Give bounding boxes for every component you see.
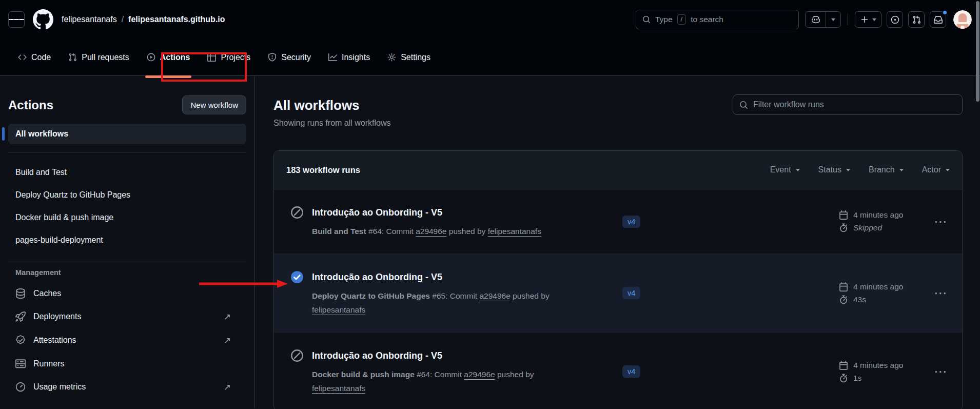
external-link-icon: ↗ xyxy=(224,382,231,393)
branch-badge[interactable]: v4 xyxy=(622,216,640,228)
actor-filter-dropdown[interactable]: Actor xyxy=(922,165,950,174)
branch-filter-dropdown[interactable]: Branch xyxy=(869,165,904,174)
actor-link[interactable]: felipesantanafs xyxy=(488,227,541,236)
run-title-link[interactable]: Introdução ao Onbording - V5 xyxy=(312,269,442,285)
tab-insights[interactable]: Insights xyxy=(323,39,376,75)
search-icon xyxy=(739,101,748,109)
event-filter-dropdown[interactable]: Event xyxy=(770,165,800,174)
sidebar-workflow-build-and-test[interactable]: Build and Test xyxy=(8,161,246,184)
sidebar-item-attestations[interactable]: Attestations ↗ xyxy=(8,328,246,352)
commit-link[interactable]: a29496e xyxy=(479,291,510,300)
run-options-kebab-icon[interactable]: ⋯ xyxy=(931,214,950,229)
new-workflow-button[interactable]: New workflow xyxy=(182,95,246,114)
chevron-down-icon xyxy=(831,18,835,21)
sidebar-workflow-deploy-quartz[interactable]: Deploy Quartz to GitHub Pages xyxy=(8,184,246,206)
rocket-icon xyxy=(15,311,26,322)
actions-sidebar: Actions New workflow All workflows Build… xyxy=(0,76,255,408)
issue-opened-icon xyxy=(891,15,899,24)
plus-icon xyxy=(860,15,869,24)
copilot-button-group xyxy=(805,11,841,28)
inbox-icon xyxy=(934,15,943,24)
pull-requests-button[interactable] xyxy=(908,11,925,28)
status-filter-dropdown[interactable]: Status xyxy=(818,165,850,174)
sidebar-item-all-workflows[interactable]: All workflows xyxy=(8,124,246,144)
branch-badge[interactable]: v4 xyxy=(622,365,640,378)
tab-settings[interactable]: Settings xyxy=(382,39,436,75)
calendar-icon xyxy=(839,361,848,370)
table-icon xyxy=(207,53,216,62)
create-new-button[interactable] xyxy=(855,11,881,28)
filter-workflow-runs-box xyxy=(733,94,963,115)
copilot-icon xyxy=(811,15,820,24)
sidebar-item-runners[interactable]: Runners xyxy=(8,352,246,375)
header-divider xyxy=(848,14,848,25)
copilot-dropdown[interactable] xyxy=(826,12,840,27)
run-duration: 43s xyxy=(853,295,866,304)
copilot-button[interactable] xyxy=(806,12,826,27)
sidebar-item-usage-metrics[interactable]: Usage metrics ↗ xyxy=(8,375,246,399)
gear-icon xyxy=(387,53,396,62)
actor-link[interactable]: felipesantanafs xyxy=(312,303,365,317)
tab-actions[interactable]: Actions xyxy=(141,39,196,75)
tab-projects[interactable]: Projects xyxy=(202,39,256,75)
run-title-link[interactable]: Introdução ao Onbording - V5 xyxy=(312,205,442,220)
code-icon xyxy=(18,53,27,62)
avatar[interactable] xyxy=(953,10,972,29)
workflows-main: All workflows Showing runs from all work… xyxy=(255,76,980,408)
commit-link[interactable]: a29496e xyxy=(464,370,495,379)
sidebar-item-deployments[interactable]: Deployments ↗ xyxy=(8,305,246,328)
sidebar-workflow-docker-build[interactable]: Docker build & push image xyxy=(8,206,246,229)
github-logo-icon[interactable] xyxy=(33,9,53,30)
notification-dot xyxy=(942,10,948,15)
breadcrumb-owner[interactable]: felipesantanafs xyxy=(62,15,117,24)
search-icon xyxy=(642,15,651,24)
github-actions-page: felipesantanafs / felipesantanafs.github… xyxy=(0,0,980,409)
actor-link[interactable]: felipesantanafs xyxy=(312,381,365,395)
run-options-kebab-icon[interactable]: ⋯ xyxy=(931,364,950,379)
chevron-down-icon xyxy=(946,169,950,171)
hamburger-menu-icon[interactable] xyxy=(8,11,25,28)
stopwatch-icon xyxy=(839,374,848,383)
breadcrumb-separator: / xyxy=(122,15,124,24)
sidebar-workflow-pages-build-deployment[interactable]: pages-build-deployment xyxy=(8,229,246,251)
run-meta: 4 minutes ago 43s xyxy=(839,282,925,304)
slash-keycap: / xyxy=(677,14,687,25)
run-time: 4 minutes ago xyxy=(853,210,903,220)
status-skipped-icon xyxy=(290,206,304,219)
repo-nav: Code Pull requests Actions Projects Secu… xyxy=(0,39,980,76)
run-title-link[interactable]: Introdução ao Onbording - V5 xyxy=(312,348,442,363)
commit-link[interactable]: a29496e xyxy=(416,227,446,236)
issues-button[interactable] xyxy=(887,11,903,28)
breadcrumb: felipesantanafs / felipesantanafs.github… xyxy=(62,15,225,24)
run-subtitle: Deploy Quartz to GitHub Pages #65: Commi… xyxy=(312,289,622,317)
workflow-run-row[interactable]: Introdução ao Onbording - V5 Deploy Quar… xyxy=(274,254,962,332)
tab-code[interactable]: Code xyxy=(12,39,56,75)
verified-badge-icon xyxy=(15,335,26,345)
branch-badge[interactable]: v4 xyxy=(622,287,640,299)
run-options-kebab-icon[interactable]: ⋯ xyxy=(931,285,950,301)
status-skipped-icon xyxy=(290,349,304,362)
server-icon xyxy=(15,359,26,369)
tab-security[interactable]: Security xyxy=(262,39,317,75)
runs-list-header: 183 workflow runs Event Status Branch Ac… xyxy=(274,151,962,189)
filter-workflow-runs-input[interactable] xyxy=(753,100,956,109)
global-search-input[interactable]: Type / to search xyxy=(636,10,799,29)
status-success-icon xyxy=(290,270,304,284)
external-link-icon: ↗ xyxy=(224,311,231,322)
run-duration: Skipped xyxy=(853,223,882,232)
workflow-run-row[interactable]: Introdução ao Onbording - V5 Docker buil… xyxy=(274,332,962,409)
run-duration: 1s xyxy=(853,374,861,383)
workflow-run-row[interactable]: Introdução ao Onbording - V5 Build and T… xyxy=(274,189,962,254)
calendar-icon xyxy=(839,282,848,291)
meter-icon xyxy=(15,382,26,392)
sidebar-title: Actions xyxy=(8,98,53,112)
vertical-scrollbar[interactable] xyxy=(976,1,979,102)
chevron-down-icon xyxy=(796,169,800,171)
search-placeholder-prefix: Type xyxy=(655,15,673,24)
git-pull-request-icon xyxy=(68,53,77,62)
shield-icon xyxy=(268,53,277,62)
sidebar-item-caches[interactable]: Caches xyxy=(8,282,246,305)
inbox-button[interactable] xyxy=(930,11,946,28)
tab-pull-requests[interactable]: Pull requests xyxy=(63,39,135,75)
breadcrumb-repo[interactable]: felipesantanafs.github.io xyxy=(128,15,225,24)
